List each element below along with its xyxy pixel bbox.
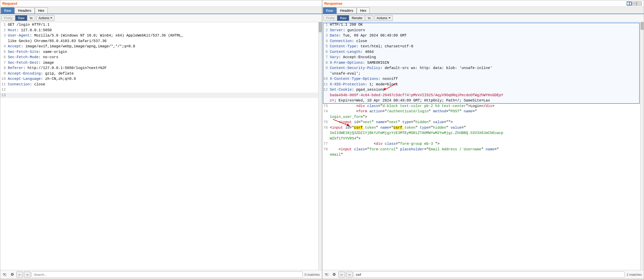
line-content xyxy=(7,87,322,93)
code-line[interactable]: 1HTTP/1.1 200 OK xyxy=(322,22,644,28)
actions-label: Actions xyxy=(377,16,387,20)
next-match-button[interactable]: → xyxy=(346,271,353,278)
code-line[interactable]: 10X-Content-Type-Options: nosniff xyxy=(322,76,644,82)
code-line[interactable]: 78 <input class="form-control" placehold… xyxy=(322,147,644,152)
response-view-newlinen[interactable]: \n xyxy=(365,15,373,21)
request-view-raw[interactable]: Raw xyxy=(15,15,27,21)
code-line[interactable]: 2Host: 127.0.0.1:5050 xyxy=(0,28,322,33)
code-line[interactable]: 2Server: gunicorn xyxy=(322,28,644,33)
code-line[interactable]: 75 <input id="next" name="next" type="hi… xyxy=(322,120,644,125)
request-panel: Request RawHeadersHex PrettyRaw\n Action… xyxy=(0,0,322,279)
scrollbar-thumb[interactable] xyxy=(319,22,322,32)
line-number xyxy=(322,130,329,136)
code-line[interactable]: 5Sec-Fetch-Site: same-origin xyxy=(0,49,322,55)
response-editor[interactable]: 1HTTP/1.1 200 OK2Server: gunicorn3Date: … xyxy=(322,22,644,270)
response-view-pretty[interactable]: Pretty xyxy=(324,15,338,21)
code-line[interactable]: 11Connection: close xyxy=(0,82,322,87)
request-search-input[interactable] xyxy=(32,271,303,278)
code-line[interactable]: login_user_form"> xyxy=(322,114,644,120)
scrollbar-thumb[interactable] xyxy=(641,22,643,30)
line-number: 5 xyxy=(0,49,7,55)
code-line[interactable]: 6Content-Length: 4664 xyxy=(322,49,644,55)
code-line[interactable]: 10Accept-Language: zh-CN,zh;q=0.9 xyxy=(0,76,322,82)
line-number: 77 xyxy=(322,141,329,147)
line-content: Sec-Fetch-Site: same-origin xyxy=(7,49,322,55)
code-line[interactable]: like Gecko) Chrome/85.0.4183.83 Safari/5… xyxy=(0,39,322,44)
code-line[interactable]: 12Set-Cookie: pga4_session= xyxy=(322,87,644,93)
request-tab-hex[interactable]: Hex xyxy=(35,7,48,14)
code-line[interactable]: c=; Expires=Wed, 10 Apr 2024 08:49:09 GM… xyxy=(322,98,644,103)
line-number: 9 xyxy=(322,65,329,71)
code-line[interactable]: 4Connection: close xyxy=(322,39,644,44)
code-line[interactable]: email" xyxy=(322,152,644,158)
line-number: 6 xyxy=(322,49,329,55)
prev-match-button[interactable]: ← xyxy=(339,271,345,278)
code-line[interactable]: 7Vary: Accept-Encoding xyxy=(322,55,644,60)
code-line[interactable]: 11X-XSS-Protection: 1; mode=block xyxy=(322,82,644,87)
code-line[interactable]: 9Accept-Encoding: gzip, deflate xyxy=(0,71,322,77)
request-editor[interactable]: 1GET /login HTTP/1.12Host: 127.0.0.1:505… xyxy=(0,22,322,270)
line-content: Date: Tue, 09 Apr 2024 08:49:09 GMT xyxy=(329,33,644,39)
code-line[interactable]: 7Sec-Fetch-Dest: image xyxy=(0,60,322,66)
code-line[interactable]: 8Referer: http://127.0.0.1:5050/login?ne… xyxy=(0,65,322,71)
next-match-button[interactable]: → xyxy=(24,271,31,278)
code-line[interactable]: 3Date: Tue, 09 Apr 2024 08:49:09 GMT xyxy=(322,33,644,39)
gear-icon[interactable]: ⚙ xyxy=(331,271,338,278)
gear-icon[interactable]: ⚙ xyxy=(9,271,15,278)
response-actions-button[interactable]: Actions xyxy=(374,15,393,21)
help-icon[interactable]: ?⃝ xyxy=(1,271,8,278)
line-number: 10 xyxy=(322,76,329,82)
code-line[interactable]: 13 xyxy=(0,93,322,98)
request-actions-button[interactable]: Actions xyxy=(36,15,55,21)
request-scrollbar[interactable] xyxy=(318,22,322,270)
line-number xyxy=(0,39,7,44)
line-content: c=; Expires=Wed, 10 Apr 2024 08:49:09 GM… xyxy=(329,98,644,103)
line-content: Set-Cookie: pga4_session= xyxy=(329,87,644,93)
request-view-pretty[interactable]: Pretty xyxy=(2,15,15,21)
code-line[interactable]: 73 <div class="d-block text-color pb-2 h… xyxy=(322,103,644,109)
response-tab-headers[interactable]: Headers xyxy=(337,7,357,14)
code-line[interactable]: WZkf1TVYVRS4"> xyxy=(322,136,644,142)
line-number: 1 xyxy=(0,22,7,28)
request-tab-headers[interactable]: Headers xyxy=(15,7,35,14)
line-number: 4 xyxy=(0,44,7,49)
request-view-newlinen[interactable]: \n xyxy=(27,15,35,21)
response-view-render[interactable]: Render xyxy=(349,15,365,21)
code-line[interactable]: bada494b-009f-4c04-bded-20497c5dcf74!pMV… xyxy=(322,93,644,98)
code-line[interactable]: 3User-Agent: Mozilla/5.0 (Windows NT 10.… xyxy=(0,33,322,39)
line-content: Accept-Encoding: gzip, deflate xyxy=(7,71,322,77)
request-main-tabs: RawHeadersHex xyxy=(0,7,322,14)
code-line[interactable]: 5Content-Type: text/html; charset=utf-8 xyxy=(322,44,644,49)
response-search-input[interactable] xyxy=(354,271,625,278)
response-scrollbar[interactable] xyxy=(640,22,644,270)
response-tab-raw[interactable]: Raw xyxy=(323,7,337,14)
layout-columns-button[interactable] xyxy=(627,2,632,6)
code-line[interactable]: 8X-Frame-Options: SAMEORIGIN xyxy=(322,60,644,66)
code-line[interactable]: 77 <div class="form-group mb-3 "> xyxy=(322,141,644,147)
code-line[interactable]: 9Content-Security-Policy: default-src ws… xyxy=(322,65,644,71)
line-number: 5 xyxy=(322,44,329,49)
response-tab-hex[interactable]: Hex xyxy=(357,7,370,14)
line-number xyxy=(322,93,329,98)
line-content: <form action="/authenticate/login" metho… xyxy=(329,109,644,114)
prev-match-button[interactable]: ← xyxy=(16,271,23,278)
request-title: Request xyxy=(2,1,17,6)
layout-rows-button[interactable] xyxy=(632,2,637,6)
code-line[interactable]: 1GET /login HTTP/1.1 xyxy=(0,22,322,28)
response-main-tabs: RawHeadersHex xyxy=(322,7,644,14)
code-line[interactable]: ImI1OWE1NjQ3ZDZlYjBkYzFmMjgzYzE3MTEyMGRi… xyxy=(322,130,644,136)
line-number: 78 xyxy=(322,147,329,152)
line-content: X-Frame-Options: SAMEORIGIN xyxy=(329,60,644,66)
code-line[interactable]: 6Sec-Fetch-Mode: no-cors xyxy=(0,55,322,60)
code-line[interactable]: 12 xyxy=(0,87,322,93)
code-line[interactable]: 76<input id="csrf_token" name="csrf_toke… xyxy=(322,125,644,131)
line-number: 73 xyxy=(322,103,329,109)
request-tab-raw[interactable]: Raw xyxy=(1,7,14,14)
code-line[interactable]: 74 <form action="/authenticate/login" me… xyxy=(322,109,644,114)
code-line[interactable]: 'unsafe-eval'; xyxy=(322,71,644,77)
help-icon[interactable]: ?⃝ xyxy=(323,271,330,278)
line-number: 12 xyxy=(322,87,329,93)
code-line[interactable]: 4Accept: image/avif,image/webp,image/apn… xyxy=(0,44,322,49)
response-view-raw[interactable]: Raw xyxy=(337,15,349,21)
layout-single-button[interactable] xyxy=(637,2,642,6)
